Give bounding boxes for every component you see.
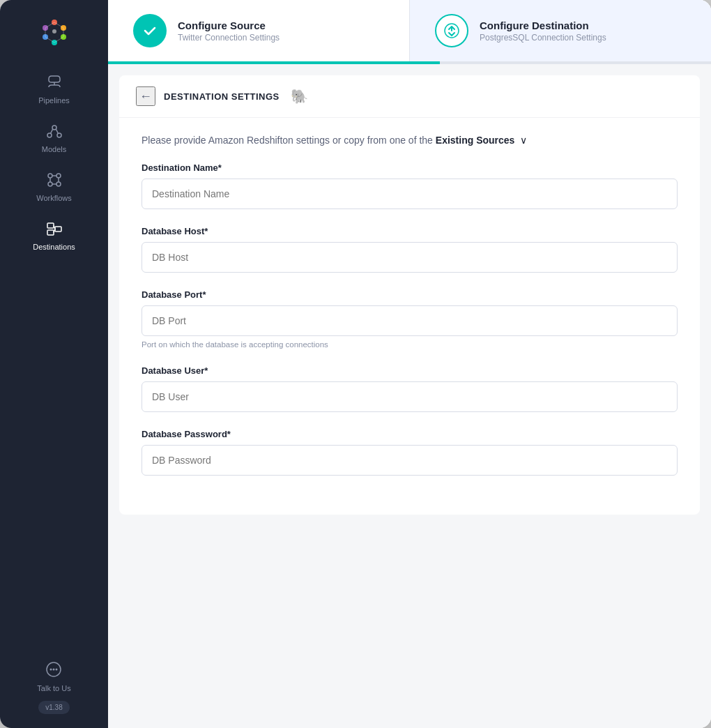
database-password-input[interactable]: [142, 445, 678, 476]
pipelines-icon: [45, 73, 64, 92]
destination-name-group: Destination Name*: [142, 162, 678, 209]
sidebar-item-workflows[interactable]: Workflows: [0, 163, 108, 209]
chat-icon: [45, 660, 63, 680]
workflows-label: Workflows: [36, 194, 72, 202]
sidebar-item-destinations[interactable]: Destinations: [0, 212, 108, 258]
step-configure-source[interactable]: Configure Source Twitter Connection Sett…: [108, 0, 409, 61]
steps-header: Configure Source Twitter Connection Sett…: [108, 0, 711, 61]
svg-point-33: [53, 669, 55, 671]
database-host-group: Database Host*: [142, 226, 678, 273]
svg-point-15: [57, 133, 61, 137]
destination-name-input[interactable]: [142, 179, 678, 209]
database-port-input[interactable]: [142, 305, 678, 336]
database-host-input[interactable]: [142, 242, 678, 273]
sidebar: Pipelines Models: [0, 0, 108, 728]
models-label: Models: [42, 145, 66, 153]
svg-line-9: [54, 37, 63, 43]
step-2-title: Configure Destination: [480, 20, 606, 31]
step-configure-destination[interactable]: Configure Destination PostgresSQL Connec…: [409, 0, 711, 61]
database-user-label: Database User*: [142, 365, 678, 376]
database-port-group: Database Port* Port on which the databas…: [142, 289, 678, 349]
svg-rect-28: [55, 227, 61, 232]
sidebar-nav: Pipelines Models: [0, 66, 108, 258]
destinations-label: Destinations: [33, 243, 75, 251]
step-1-text: Configure Source Twitter Connection Sett…: [178, 20, 280, 43]
app-logo: [37, 14, 72, 49]
svg-point-14: [47, 133, 52, 137]
progress-bar-fill: [108, 61, 440, 64]
svg-point-32: [50, 669, 52, 671]
svg-line-10: [45, 37, 54, 43]
existing-sources-link[interactable]: Existing Sources: [436, 135, 515, 146]
form-container: ← DESTINATION SETTINGS 🐘 Please provide …: [108, 64, 711, 728]
svg-line-16: [50, 130, 52, 134]
svg-line-29: [54, 226, 55, 229]
existing-sources-bar: Please provide Amazon Redshifton setting…: [142, 135, 678, 146]
svg-rect-27: [47, 230, 54, 235]
version-badge: v1.38: [38, 701, 69, 714]
step-2-text: Configure Destination PostgresSQL Connec…: [480, 20, 606, 43]
destinations-icon: [45, 219, 64, 238]
step-1-icon: [133, 14, 167, 47]
sidebar-bottom: Talk to Us v1.38: [37, 660, 70, 714]
progress-bar-container: [108, 61, 711, 64]
existing-sources-prompt: Please provide Amazon Redshifton setting…: [142, 135, 433, 146]
database-user-group: Database User*: [142, 365, 678, 412]
form-card-body: Please provide Amazon Redshifton setting…: [119, 118, 700, 515]
svg-rect-26: [47, 223, 54, 228]
app-window: Pipelines Models: [0, 0, 711, 728]
workflows-icon: [45, 170, 64, 190]
svg-point-18: [48, 174, 52, 178]
sidebar-item-pipelines[interactable]: Pipelines: [0, 66, 108, 112]
svg-line-30: [54, 229, 55, 233]
svg-line-7: [54, 22, 63, 28]
models-icon: [45, 121, 64, 141]
database-port-label: Database Port*: [142, 289, 678, 300]
main-content: Configure Source Twitter Connection Sett…: [108, 0, 711, 728]
database-password-group: Database Password*: [142, 429, 678, 476]
database-user-input[interactable]: [142, 381, 678, 412]
sidebar-item-models[interactable]: Models: [0, 114, 108, 160]
form-card: ← DESTINATION SETTINGS 🐘 Please provide …: [119, 75, 700, 515]
step-2-subtitle: PostgresSQL Connection Settings: [480, 33, 606, 43]
destination-name-label: Destination Name*: [142, 162, 678, 173]
step-1-subtitle: Twitter Connection Settings: [178, 33, 280, 43]
step-2-icon: [435, 14, 468, 47]
pipelines-label: Pipelines: [38, 96, 70, 105]
back-button[interactable]: ←: [136, 86, 155, 106]
svg-point-6: [52, 29, 56, 33]
talk-to-us-label: Talk to Us: [37, 684, 70, 692]
svg-point-13: [52, 126, 56, 130]
form-section-title: DESTINATION SETTINGS: [164, 91, 280, 102]
database-port-hint: Port on which the database is accepting …: [142, 340, 678, 349]
step-1-title: Configure Source: [178, 20, 280, 31]
database-host-label: Database Host*: [142, 226, 678, 236]
svg-point-34: [56, 669, 58, 671]
talk-to-us-button[interactable]: Talk to Us: [37, 660, 70, 692]
svg-point-21: [56, 182, 61, 186]
svg-point-20: [48, 182, 52, 186]
svg-line-12: [45, 22, 54, 28]
svg-line-17: [56, 130, 58, 134]
database-password-label: Database Password*: [142, 429, 678, 439]
chevron-down-icon: ∨: [520, 135, 527, 146]
form-card-header: ← DESTINATION SETTINGS 🐘: [119, 75, 700, 118]
svg-point-19: [56, 174, 61, 178]
postgres-icon: 🐘: [291, 88, 308, 105]
